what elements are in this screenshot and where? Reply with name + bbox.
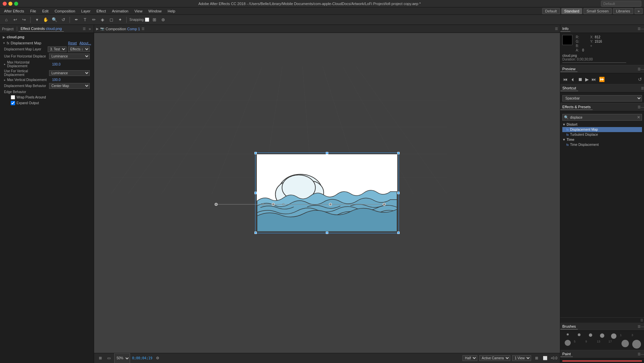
camera-select[interactable]: Active Camera (479, 355, 510, 361)
pen-tool[interactable]: ✒ (73, 16, 80, 24)
preview-panel-menu[interactable]: ☰ (638, 67, 641, 71)
info-panel-expand[interactable]: — (641, 27, 644, 31)
brush-9[interactable] (600, 333, 604, 338)
brushes-tab[interactable]: Brushes (560, 324, 578, 329)
menu-layer[interactable]: Layer (79, 8, 93, 14)
ec-reset-link[interactable]: Reset (68, 41, 77, 45)
preview-stop[interactable]: ⏹ (577, 76, 583, 83)
ec-max-vert-value[interactable]: 100.0 (52, 78, 61, 82)
comp-safe-btn[interactable]: ▭ (106, 355, 112, 362)
preview-play[interactable]: ▶ (585, 76, 590, 83)
comp-viewport[interactable] (94, 33, 560, 353)
workspace-small-screen[interactable]: Small Screen (583, 8, 611, 14)
snapping-checkbox[interactable] (145, 17, 149, 22)
view-options-btn[interactable]: ⊞ (533, 355, 540, 362)
menu-help[interactable]: Help (165, 8, 178, 14)
ec-max-horiz-value[interactable]: 100.0 (52, 63, 61, 66)
effects-presets-menu[interactable]: ☰ (638, 105, 641, 109)
brush-1[interactable] (567, 333, 569, 335)
left-panel-menu[interactable]: ☰ (83, 27, 86, 31)
undo-btn[interactable]: ↩ (11, 16, 19, 24)
brush-5[interactable] (589, 333, 592, 337)
close-button[interactable] (3, 2, 7, 6)
snap-toggle[interactable]: ⊞ (151, 16, 158, 24)
paint-expand[interactable]: — (641, 352, 644, 356)
ec-behavior-select[interactable]: Center Map (49, 83, 90, 89)
comp-grid-btn[interactable]: ⊞ (97, 355, 104, 362)
left-panel-expand[interactable]: » (86, 25, 94, 33)
ec-map-layer-effects-select[interactable]: Effects ↕ (68, 46, 90, 52)
rotate-tool[interactable]: ↺ (59, 16, 67, 24)
zoom-select[interactable]: 50% (114, 353, 130, 363)
menu-after-effects[interactable]: After Effects (1, 8, 27, 14)
text-tool[interactable]: T (81, 16, 89, 24)
menu-window[interactable]: Window (146, 8, 164, 14)
comp-settings-btn[interactable]: ⚙ (154, 355, 161, 362)
shortcut-select[interactable]: Spacebar (562, 95, 642, 102)
ec-use-vert-select[interactable]: Luminance (49, 70, 90, 76)
preview-fast-fwd[interactable]: ⏩ (598, 76, 605, 83)
motion-blur[interactable]: ⊛ (159, 16, 167, 24)
menu-composition[interactable]: Composition (52, 8, 78, 14)
paint-menu[interactable]: ☰ (638, 352, 641, 356)
brush-25[interactable] (621, 340, 629, 347)
right-expand-btn[interactable]: ☰ (640, 318, 643, 322)
menu-edit[interactable]: Edit (39, 8, 51, 14)
help-search[interactable] (601, 1, 641, 7)
brushes-menu[interactable]: ☰ (638, 325, 641, 328)
shortcut-tab[interactable]: Shortcut (560, 85, 578, 91)
quality-select[interactable]: Half (462, 355, 477, 361)
ec-use-horiz-select[interactable]: Luminance (49, 53, 90, 59)
info-tab[interactable]: Info (560, 26, 570, 32)
effect-controls-tab[interactable]: Effect Controls cloud.png (18, 26, 64, 32)
ec-wrap-checkbox[interactable] (11, 95, 15, 99)
gl-btn[interactable]: ⬜ (542, 355, 549, 362)
brushes-expand[interactable]: — (641, 325, 644, 328)
brush-tool[interactable]: ✏ (90, 16, 97, 24)
preview-step-back[interactable]: ⏴ (570, 76, 576, 83)
workspace-standard[interactable]: Standard (561, 8, 582, 14)
paint-tab[interactable]: Paint (560, 351, 573, 357)
preview-tab[interactable]: Preview (560, 66, 577, 72)
workspace-default[interactable]: Default (542, 8, 560, 14)
preview-skip-back[interactable]: ⏮ (562, 76, 568, 83)
eraser-tool[interactable]: ◻ (108, 16, 115, 24)
project-tab[interactable]: Project (0, 26, 15, 32)
menu-animation[interactable]: Animation (109, 8, 131, 14)
effects-search-clear[interactable]: ✕ (637, 115, 640, 120)
stamp-tool[interactable]: ◈ (99, 16, 106, 24)
view-select[interactable]: 1 View (512, 355, 531, 361)
ec-about-link[interactable]: About... (80, 41, 91, 45)
time-displacement-item[interactable]: fx Time Displacement (562, 142, 642, 147)
effects-search-input[interactable] (570, 116, 636, 119)
info-panel-menu[interactable]: ☰ (638, 27, 641, 31)
zoom-tool[interactable]: 🔍 (51, 16, 58, 24)
puppet-tool[interactable]: ✦ (116, 16, 124, 24)
hand-tool[interactable]: ✋ (42, 16, 49, 24)
effects-presets-expand[interactable]: — (641, 105, 644, 109)
ec-expand-checkbox[interactable] (11, 101, 15, 105)
minimize-button[interactable] (8, 2, 12, 6)
window-controls[interactable] (3, 2, 18, 6)
displacement-map-item[interactable]: fx Displacement Map (562, 127, 642, 132)
redo-btn[interactable]: ↪ (20, 16, 28, 24)
loop-icon[interactable]: ↺ (638, 77, 642, 82)
turbulent-displace-item[interactable]: fx Turbulent Displace (562, 132, 642, 137)
brush-13[interactable] (611, 333, 616, 339)
select-tool[interactable]: ▾ (33, 16, 41, 24)
shortcut-menu[interactable]: ☰ (641, 86, 644, 90)
brush-31[interactable] (632, 340, 641, 349)
menu-effect[interactable]: Effect (94, 8, 109, 14)
menu-view[interactable]: View (132, 8, 145, 14)
effects-presets-tab[interactable]: Effects & Presets (560, 104, 593, 110)
brush-3[interactable] (578, 333, 580, 336)
brush-19[interactable] (565, 340, 571, 346)
preview-skip-fwd[interactable]: ⏭ (591, 76, 597, 83)
home-btn[interactable]: ⌂ (3, 16, 10, 24)
preview-expand[interactable]: — (641, 67, 644, 71)
maximize-button[interactable] (14, 2, 18, 6)
workspace-extend[interactable]: » (635, 8, 643, 14)
workspace-libraries[interactable]: Libraries (613, 8, 633, 14)
comp-panel-menu[interactable]: ☰ (555, 27, 558, 31)
ec-map-layer-select[interactable]: 3. Test (48, 46, 67, 52)
